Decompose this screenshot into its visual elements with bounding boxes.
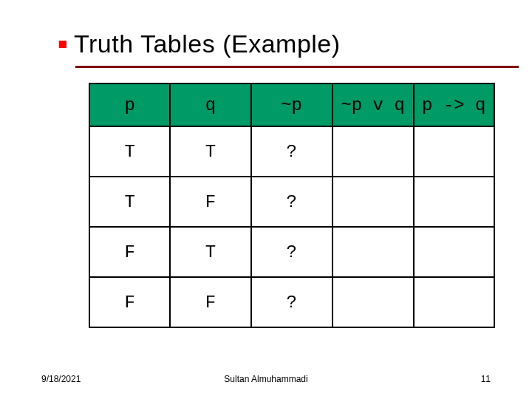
table-row: F F ? xyxy=(89,277,494,327)
cell: T xyxy=(170,227,250,277)
cell: F xyxy=(89,227,170,277)
cell xyxy=(414,227,494,277)
col-q: q xyxy=(170,83,250,126)
col-not-p: ~p xyxy=(251,83,332,126)
cell: T xyxy=(89,177,170,227)
cell: ? xyxy=(251,126,332,177)
cell xyxy=(332,277,414,327)
cell: T xyxy=(170,126,250,177)
col-p-implies-q: p -> q xyxy=(414,83,494,126)
slide-title: Truth Tables (Example) xyxy=(74,30,341,58)
table-row: T T ? xyxy=(89,126,494,177)
truth-table-wrap: p q ~p ~p v q p -> q T T ? T F xyxy=(89,83,495,328)
table-row: T F ? xyxy=(89,177,494,227)
cell: ? xyxy=(251,227,332,277)
cell xyxy=(332,177,414,227)
footer-author: Sultan Almuhammadi xyxy=(224,374,307,384)
cell: ? xyxy=(251,177,332,227)
cell: F xyxy=(170,177,250,227)
title-row: Truth Tables (Example) xyxy=(59,30,495,58)
col-not-p-or-q: ~p v q xyxy=(332,83,414,126)
cell xyxy=(414,277,494,327)
cell: ? xyxy=(251,277,332,327)
truth-table: p q ~p ~p v q p -> q T T ? T F xyxy=(89,83,495,328)
cell: F xyxy=(170,277,250,327)
cell xyxy=(414,126,494,177)
cell: F xyxy=(89,277,170,327)
footer-date: 9/18/2021 xyxy=(41,374,81,384)
slide: Truth Tables (Example) p q ~p ~p v q p -… xyxy=(0,0,532,399)
cell: T xyxy=(89,126,170,177)
cell xyxy=(332,126,414,177)
col-p: p xyxy=(89,83,170,126)
table-header-row: p q ~p ~p v q p -> q xyxy=(89,83,494,126)
table-row: F T ? xyxy=(89,227,494,277)
cell xyxy=(332,227,414,277)
title-bullet-icon xyxy=(59,41,66,48)
cell xyxy=(414,177,494,227)
footer-page-number: 11 xyxy=(481,374,491,384)
footer: 9/18/2021 Sultan Almuhammadi 11 xyxy=(0,374,532,384)
title-underline xyxy=(75,66,519,68)
